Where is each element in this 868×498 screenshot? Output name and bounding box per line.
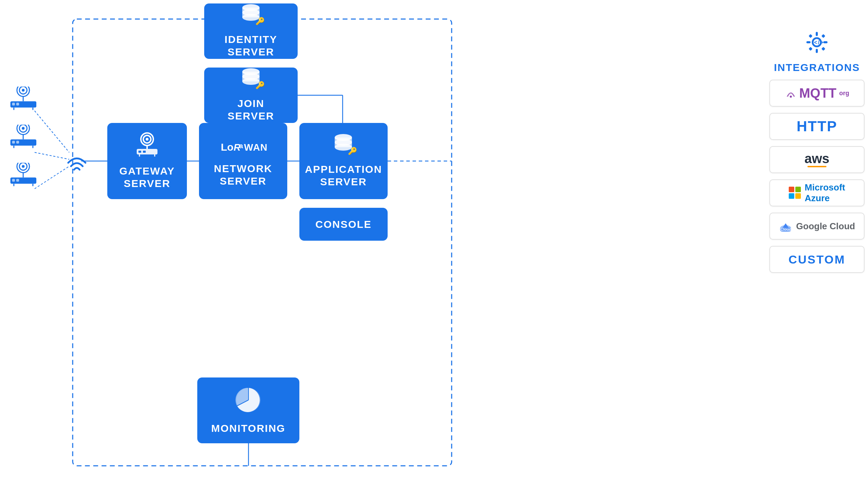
join-server-box: 🔑 JOIN SERVER — [204, 68, 298, 123]
svg-point-15 — [22, 89, 25, 92]
console-label: CONSOLE — [315, 218, 371, 231]
integration-custom[interactable]: CUSTOM — [769, 246, 865, 273]
gateway-antenna-icon — [133, 132, 161, 161]
svg-rect-80 — [821, 34, 825, 38]
svg-rect-77 — [806, 41, 811, 43]
svg-point-24 — [22, 127, 25, 130]
console-box: CONSOLE — [299, 208, 388, 241]
integrations-title: </> INTEGRATIONS — [774, 31, 860, 73]
lorawan-icon: Lo R a WAN — [219, 135, 268, 159]
custom-label: CUSTOM — [788, 253, 846, 266]
svg-rect-19 — [16, 103, 19, 106]
svg-rect-58 — [143, 151, 146, 153]
gateway-device-1 — [7, 87, 40, 111]
svg-rect-75 — [816, 32, 818, 36]
azure-logo: MicrosoftAzure — [789, 182, 845, 204]
svg-text:🔑: 🔑 — [348, 146, 356, 155]
svg-point-84 — [790, 96, 792, 98]
gcloud-logo: Cloud Google Cloud — [779, 221, 855, 232]
svg-text:</>: </> — [814, 39, 824, 45]
application-server-box: 🔑 APPLICATION SERVER — [299, 123, 388, 199]
svg-rect-28 — [16, 141, 19, 144]
svg-point-54 — [146, 138, 148, 141]
integrations-label: INTEGRATIONS — [774, 62, 860, 73]
svg-text:WAN: WAN — [244, 142, 268, 153]
svg-text:Lo: Lo — [221, 141, 234, 153]
connector-lines — [0, 0, 868, 498]
app-server-icon: 🔑 — [331, 134, 356, 160]
svg-rect-27 — [12, 141, 15, 144]
database-key-icon: 🔑 — [238, 4, 264, 30]
gear-icon: </> — [806, 31, 828, 58]
integration-aws[interactable]: aws — [769, 146, 865, 173]
aws-logo: aws — [805, 152, 830, 167]
svg-text:a: a — [239, 142, 243, 150]
wifi-signal-icon — [63, 149, 91, 182]
svg-rect-79 — [808, 34, 812, 38]
network-server-label: NETWORK SERVER — [214, 162, 272, 187]
identity-server-label: IDENTITY SERVER — [225, 33, 278, 58]
application-server-label: APPLICATION SERVER — [305, 163, 382, 188]
pie-chart-icon — [235, 386, 262, 419]
svg-rect-37 — [16, 179, 19, 182]
gateway-server-box: GATEWAY SERVER — [107, 123, 187, 199]
join-server-label: JOIN SERVER — [228, 97, 274, 122]
svg-text:🔑: 🔑 — [255, 81, 264, 89]
svg-rect-36 — [12, 179, 15, 182]
gateway-devices — [7, 87, 40, 187]
svg-rect-82 — [821, 47, 825, 51]
integration-azure[interactable]: MicrosoftAzure — [769, 179, 865, 206]
svg-rect-76 — [816, 49, 818, 53]
gateway-device-3 — [7, 163, 40, 187]
integrations-sidebar: </> INTEGRATIONS MQTT org HTTP — [766, 31, 868, 273]
svg-line-9 — [35, 111, 69, 152]
integration-mqtt[interactable]: MQTT org — [769, 80, 865, 107]
integration-gcloud[interactable]: Cloud Google Cloud — [769, 213, 865, 240]
integration-http[interactable]: HTTP — [769, 113, 865, 140]
gateway-device-2 — [7, 125, 40, 149]
network-server-box: Lo R a WAN NETWORK SERVER — [199, 123, 287, 199]
gateway-server-label: GATEWAY SERVER — [119, 165, 175, 190]
mqtt-logo: MQTT org — [785, 86, 849, 101]
svg-rect-57 — [138, 151, 141, 153]
svg-point-33 — [22, 165, 25, 168]
join-db-icon: 🔑 — [238, 68, 264, 94]
diagram-container: 🔑 IDENTITY SERVER 🔑 JOIN SERVER — [0, 0, 868, 498]
identity-server-box: 🔑 IDENTITY SERVER — [204, 3, 298, 59]
svg-rect-81 — [808, 47, 812, 51]
svg-text:🔑: 🔑 — [255, 17, 264, 25]
svg-rect-18 — [12, 103, 15, 106]
monitoring-label: MONITORING — [211, 422, 285, 435]
svg-text:Cloud: Cloud — [780, 227, 791, 231]
http-label: HTTP — [797, 118, 838, 135]
monitoring-box: MONITORING — [197, 377, 299, 443]
